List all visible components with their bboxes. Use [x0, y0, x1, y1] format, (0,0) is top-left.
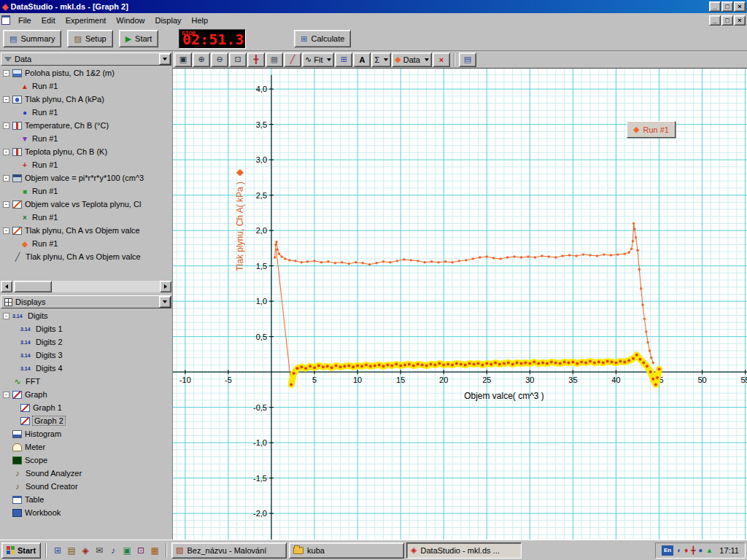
graph-settings-button[interactable]: ▤ — [459, 52, 476, 67]
quick-launch-icon-3[interactable]: ◈ — [79, 543, 92, 558]
collapse-toggle[interactable]: - — [3, 201, 9, 208]
run-item[interactable]: ■Run #1 — [0, 184, 172, 198]
quick-launch-icon-7[interactable]: ⊡ — [134, 543, 147, 558]
quick-launch-icon-2[interactable]: ▤ — [65, 543, 78, 558]
display-child-item[interactable]: Graph 1 — [0, 401, 172, 414]
zoom-in-button[interactable]: ⊕ — [193, 52, 210, 67]
display-item[interactable]: ♪Sound Analyzer — [0, 467, 172, 480]
note-tool-button[interactable]: ▦ — [266, 52, 283, 67]
task-button[interactable]: ▧Bez_názvu - Malování — [171, 542, 287, 559]
run-item[interactable]: ▲Run #1 — [0, 79, 172, 93]
scale-to-fit-button[interactable]: ▣ — [174, 52, 192, 67]
collapse-toggle[interactable]: - — [3, 228, 9, 234]
child-window-icon[interactable] — [1, 15, 10, 25]
menu-edit[interactable]: Edit — [36, 15, 61, 26]
run-item[interactable]: ▼Run #1 — [0, 132, 172, 145]
tray-icon-5[interactable]: ▲ — [705, 546, 713, 554]
menu-help[interactable]: Help — [187, 15, 214, 26]
text-tool-button[interactable]: A — [353, 52, 371, 67]
y-axis-label-block[interactable]: ◆ Tlak plynu, Ch A( kPa ) — [230, 166, 250, 271]
scroll-track[interactable] — [52, 281, 160, 292]
display-item[interactable]: Meter — [0, 440, 172, 454]
display-item[interactable]: Workbook — [0, 506, 172, 519]
maximize-button[interactable]: □ — [721, 1, 733, 12]
data-item[interactable]: -Teplota plynu, Ch B (K) — [0, 145, 172, 158]
display-child-item[interactable]: 3.14Digits 2 — [0, 335, 172, 349]
display-item[interactable]: -Graph — [0, 388, 172, 401]
tray-icon-3[interactable]: ╋ — [691, 546, 695, 554]
legend[interactable]: ◆ Run #1 — [627, 121, 676, 138]
collapse-toggle[interactable]: - — [3, 313, 9, 319]
display-child-item[interactable]: 3.14Digits 1 — [0, 322, 172, 335]
task-button[interactable]: ◈DataStudio - mkl.ds ... — [406, 542, 522, 559]
data-menu-button[interactable]: ◆Data — [392, 52, 432, 67]
display-child-item[interactable]: Graph 2 — [0, 414, 172, 427]
collapse-toggle[interactable]: - — [3, 175, 9, 182]
run-item[interactable]: +Run #1 — [0, 158, 172, 171]
display-child-item[interactable]: 3.14Digits 4 — [0, 362, 172, 375]
display-item[interactable]: ♪Sound Creator — [0, 480, 172, 493]
menu-experiment[interactable]: Experiment — [61, 15, 112, 26]
tray-icon-1[interactable]: ◐ — [677, 546, 681, 554]
zoom-select-button[interactable]: ⊡ — [229, 52, 247, 67]
calculate-button[interactable]: ⊞ Calculate — [294, 30, 351, 47]
x-axis-label[interactable]: Objem valce( cm^3 ) — [442, 391, 566, 401]
display-item[interactable]: Table — [0, 493, 172, 506]
displays-panel-dropdown-button[interactable] — [159, 296, 171, 308]
data-panel-dropdown-button[interactable] — [159, 53, 171, 65]
slope-tool-button[interactable]: ╱ — [284, 52, 301, 67]
quick-launch-icon-4[interactable]: ✉ — [93, 543, 106, 558]
display-child-item[interactable]: 3.14Digits 3 — [0, 349, 172, 362]
run-item[interactable]: ●Run #1 — [0, 106, 172, 119]
data-panel-header[interactable]: Data — [1, 52, 171, 66]
child-restore-button[interactable]: □ — [721, 15, 733, 26]
summary-button[interactable]: ▤ Summary — [3, 30, 61, 47]
child-minimize-button[interactable]: _ — [709, 15, 721, 26]
plot-area[interactable]: -10-55101520253035404550554,03,53,02,52,… — [173, 69, 747, 540]
run-item[interactable]: ◆Run #1 — [0, 237, 172, 250]
display-item[interactable]: -3.14Digits — [0, 309, 172, 322]
scroll-left-button[interactable] — [1, 281, 12, 292]
tray-icon-4[interactable]: ● — [698, 546, 703, 554]
display-item[interactable]: Histogram — [0, 427, 172, 440]
close-button[interactable]: × — [734, 1, 746, 12]
displays-panel-header[interactable]: Displays — [1, 295, 171, 308]
scroll-thumb[interactable] — [14, 281, 52, 292]
quick-launch-icon-1[interactable]: ⊞ — [51, 543, 64, 558]
data-item[interactable]: -Temperature, Ch B (°C) — [0, 119, 172, 132]
language-indicator[interactable]: En — [662, 545, 673, 556]
data-tree-hscrollbar[interactable] — [1, 281, 171, 292]
display-item[interactable]: Scope — [0, 454, 172, 467]
start-button[interactable]: ▶ Start — [119, 30, 159, 47]
delete-button[interactable]: × — [433, 52, 450, 67]
task-button[interactable]: kuba — [289, 542, 404, 559]
collapse-toggle[interactable]: - — [3, 96, 9, 103]
quick-launch-icon-6[interactable]: ▣ — [120, 543, 133, 558]
quick-launch-icon-5[interactable]: ♪ — [107, 543, 120, 558]
run-item[interactable]: ×Run #1 — [0, 211, 172, 224]
collapse-toggle[interactable]: - — [3, 70, 9, 77]
menu-window[interactable]: Window — [111, 15, 150, 26]
tray-icon-2[interactable]: ♦ — [684, 546, 688, 554]
zoom-out-button[interactable]: ⊖ — [211, 52, 228, 67]
data-item[interactable]: -Tlak plynu, Ch A vs Objem valce — [0, 224, 172, 237]
menu-file[interactable]: File — [13, 15, 36, 26]
calculate-tool-button[interactable]: ⊞ — [335, 52, 352, 67]
data-item[interactable]: -Tlak plynu, Ch A (kPa) — [0, 93, 172, 106]
statistics-button[interactable]: Σ — [371, 52, 391, 67]
data-item[interactable]: -Objem valce = pi*r*r*y*100 (cm^3 — [0, 171, 172, 184]
setup-button[interactable]: ▨ Setup — [67, 30, 112, 47]
data-item[interactable]: ╱Tlak plynu, Ch A vs Objem valce — [0, 250, 172, 263]
collapse-toggle[interactable]: - — [3, 392, 9, 398]
menu-display[interactable]: Display — [150, 15, 186, 26]
data-item[interactable]: -Poloha pistu, Ch 1&2 (m) — [0, 66, 172, 79]
data-item[interactable]: -Objem valce vs Teplota plynu, Cl — [0, 198, 172, 211]
collapse-toggle[interactable]: - — [3, 122, 9, 129]
child-close-button[interactable]: × — [734, 15, 746, 26]
smart-tool-button[interactable]: ╋ — [247, 52, 265, 67]
display-item[interactable]: ∿FFT — [0, 375, 172, 388]
quick-launch-icon-8[interactable]: ▦ — [148, 543, 161, 558]
start-menu-button[interactable]: Start — [1, 542, 41, 559]
fit-menu-button[interactable]: ∿Fit — [302, 52, 334, 67]
scroll-right-button[interactable] — [160, 281, 171, 292]
